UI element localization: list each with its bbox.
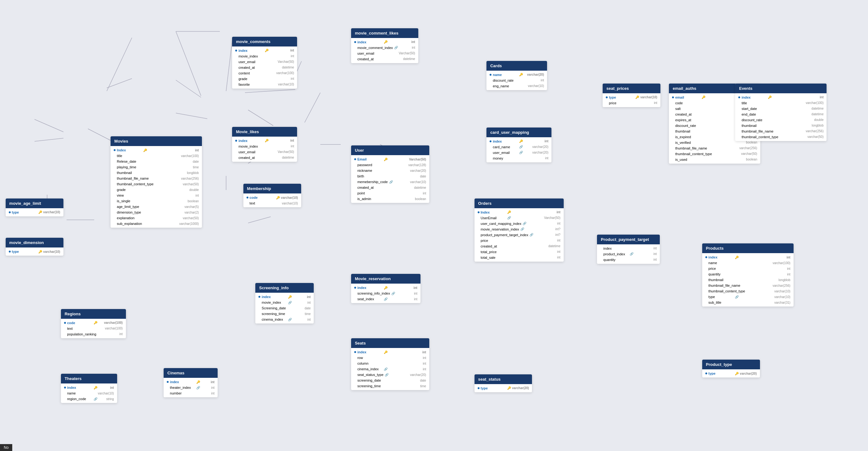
field-row-Orders-8: total_saleint: [474, 255, 564, 260]
table-header-Product_type: Product_type: [702, 360, 760, 369]
field-type-movie_dimension-0: varchar(10): [43, 250, 60, 253]
field-row-Movie_reservation-0: index🔑int: [351, 285, 421, 291]
field-type-Products-8: varchar(31): [735, 301, 790, 304]
field-type-Movies-13: varchar(1000): [143, 222, 199, 226]
table-movie_age_limit: movie_age_limittype🔑varchar(10): [6, 199, 63, 216]
field-row-Seats-1: rowint: [351, 355, 429, 361]
svg-line-4: [176, 31, 201, 96]
fk-icon-Orders-3: 🔗: [520, 228, 524, 231]
pk-icon-Cinemas-0: 🔑: [196, 380, 200, 384]
field-row-movie_comments-4: contentvarchar(100): [232, 70, 297, 76]
field-type-Orders-1: Varchar(50): [512, 216, 561, 219]
table-seat_status: seat_statustype🔑varchar(20): [474, 374, 532, 392]
table-Orders: OrdersIndex🔑intUserEmail🔗Varchar(50)user…: [474, 199, 564, 262]
field-row-Cinemas-2: numberint: [164, 390, 218, 396]
field-row-Products-5: thumbnail_file_namevarchar(256): [702, 283, 794, 288]
field-name-Movies-8: view: [117, 193, 142, 197]
field-name-Seats-1: row: [358, 356, 382, 360]
svg-line-2: [107, 79, 132, 88]
field-name-seat_prices-0: type: [609, 95, 634, 99]
fk-icon-card_user_mapping-1: 🔗: [519, 145, 523, 149]
table-Products: Productsindex🔑intnamevarchar(100)pricein…: [702, 243, 794, 306]
table-body-seat_status: type🔑varchar(20): [474, 384, 532, 392]
table-body-Product_type: type🔑varchar(20): [702, 369, 760, 378]
field-name-Products-5: thumbnail_file_name: [709, 283, 741, 288]
field-type-Seats-0: int: [389, 351, 426, 354]
field-row-Movie_reservation-2: seat_index🔗int: [351, 296, 421, 302]
table-Theaters: Theatersindex🔑intnamevarchar(10)region_c…: [61, 374, 117, 403]
field-name-email_auths-8: is_verified: [675, 141, 700, 145]
field-type-Movie_likes-3: datetime: [265, 156, 294, 159]
table-body-movie_comment_likes: index🔑intmovie_comment_index🔗intuser_ema…: [351, 38, 418, 63]
field-type-Movies-7: double: [143, 188, 199, 191]
field-name-email_auths-4: expires_at: [675, 118, 700, 122]
svg-line-23: [35, 119, 63, 132]
table-header-Orders: Orders: [474, 199, 564, 208]
field-type-Screening_info-2: date: [288, 306, 311, 310]
field-name-User-0: Email: [358, 157, 382, 161]
table-body-movie_age_limit: type🔑varchar(10): [6, 208, 63, 216]
field-type-movie_comment_likes-0: int: [389, 40, 415, 44]
field-type-Movie_reservation-2: int: [389, 297, 417, 301]
fk-icon-Seats-4: 🔗: [385, 373, 389, 377]
field-name-email_auths-5: discount_rate: [675, 124, 700, 127]
field-name-Orders-0: Index: [481, 210, 506, 214]
table-movie_comment_likes: movie_comment_likesindex🔑intmovie_commen…: [351, 28, 418, 63]
field-type-Movies-12: varchar(50): [143, 216, 199, 220]
field-type-Seats-4: varchar(20): [390, 373, 426, 377]
field-row-User-5: created_atdatetime: [351, 185, 429, 190]
field-row-Events-4: discount_ratedouble: [735, 117, 827, 123]
field-name-Products-0: index: [709, 255, 734, 259]
table-User: UserEmail🔑Varchar(50)passwordvarchar(128…: [351, 145, 429, 203]
field-name-Movie_likes-0: index: [238, 139, 264, 143]
field-row-User-4: memebership_code🔗varchar(10): [351, 179, 429, 185]
field-type-Cinemas-1: int: [201, 386, 215, 389]
field-type-Movies-5: varchar(256): [150, 177, 199, 180]
field-name-Products-7: type: [709, 295, 734, 299]
field-row-Orders-4: product_payment_target_index🔗int?: [474, 232, 564, 238]
fk-icon-Orders-1: 🔗: [507, 216, 511, 219]
field-type-Seats-5: date: [384, 379, 426, 382]
table-seat_prices: seat_pricestype🔑varchar(10)priceint: [602, 84, 660, 107]
field-name-Movies-9: is_single: [117, 199, 142, 203]
field-type-Seats-3: int: [389, 367, 426, 371]
table-Screening_info: Screening_infoindex🔑intmovie_index🔗intSc…: [255, 283, 314, 324]
field-type-Seats-2: int: [384, 362, 426, 365]
table-header-Movies: Movies: [111, 136, 202, 146]
field-row-Events-7: thumbnail_content_typevarchar(50): [735, 134, 827, 140]
field-type-Events-0: int: [773, 95, 824, 99]
field-row-seat_status-0: type🔑varchar(20): [474, 385, 532, 391]
field-name-Product_payment_target-1: product_index: [603, 252, 628, 256]
field-name-Movies-13: sub_explanation: [117, 222, 142, 226]
field-row-Movie_likes-3: created_atdatetime: [232, 155, 297, 160]
field-name-Orders-6: created_at: [481, 244, 506, 248]
field-type-Orders-2: int: [528, 222, 560, 225]
field-name-email_auths-7: is_expired: [675, 135, 700, 139]
field-row-card_user_mapping-0: index🔑int: [487, 139, 552, 144]
field-row-Movies-1: titlevarchar(100): [111, 153, 202, 159]
field-row-movie_comments-1: movie_indexint: [232, 53, 297, 59]
table-body-Orders: Index🔑intUserEmail🔗Varchar(50)user_card_…: [474, 208, 564, 262]
field-row-Membership-0: code🔑varchar(10): [243, 195, 301, 200]
field-name-Membership-0: code: [250, 196, 275, 200]
field-row-Seats-6: screening_timetime: [351, 383, 429, 389]
table-body-movie_dimension: type🔑varchar(10): [6, 247, 63, 255]
canvas: movie_comment_likesindex🔑intmovie_commen…: [0, 0, 868, 451]
field-name-card_user_mapping-1: card_name: [493, 145, 518, 149]
fk-icon-movie_comment_likes-1: 🔗: [394, 46, 398, 49]
field-name-email_auths-3: created_at: [675, 113, 700, 116]
field-row-movie_comment_likes-2: user_emailVarchar(50): [351, 51, 418, 56]
pk-icon-Cards-0: 🔑: [519, 73, 523, 76]
field-type-Seats-6: time: [384, 384, 426, 388]
field-name-email_auths-11: is_used: [675, 158, 700, 161]
field-row-Regions-2: population_rankingint: [61, 331, 126, 337]
field-type-movie_comments-5: int: [265, 77, 294, 81]
field-name-movie_comment_likes-1: movie_comment_index: [358, 46, 393, 50]
table-body-Membership: code🔑varchar(10)textvarchar(10): [243, 193, 301, 207]
field-type-User-3: date: [384, 175, 426, 178]
field-type-Movies-9: boolean: [143, 200, 199, 203]
table-body-Cards: name🔑varchar(20)discount_rateinteng_name…: [487, 71, 547, 90]
field-row-Orders-2: user_card_mapping_index🔗int: [474, 221, 564, 227]
pk-icon-Screening_info-0: 🔑: [288, 295, 292, 299]
field-row-Orders-6: created_atdatetime: [474, 243, 564, 249]
